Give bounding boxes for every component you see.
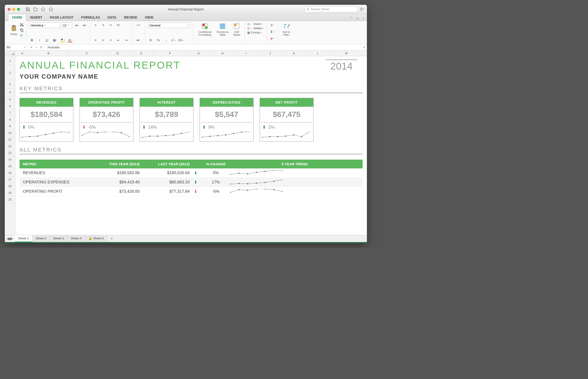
fx-icon[interactable]: fx (40, 46, 42, 49)
copy-icon[interactable] (19, 28, 24, 32)
row-header[interactable]: 2 (5, 66, 15, 80)
row-header[interactable]: 9 (5, 123, 15, 130)
column-header[interactable]: C (68, 50, 106, 56)
tab-data[interactable]: DATA (104, 14, 120, 21)
clear-icon[interactable]: ◆▾ (269, 36, 275, 41)
column-header[interactable]: E (130, 50, 153, 56)
undo-icon[interactable] (41, 7, 45, 11)
column-header[interactable]: B (30, 50, 68, 56)
tab-formulas[interactable]: FORMULAS (77, 14, 104, 21)
column-header[interactable]: J (258, 50, 282, 56)
font-size-select[interactable]: 12▾ (61, 22, 72, 28)
orientation-icon[interactable]: ⟲▾ (115, 22, 122, 28)
add-sheet-button[interactable]: ＋ (108, 235, 116, 242)
align-center-icon[interactable]: ≡ (100, 37, 106, 43)
format-cells-button[interactable]: ▦Format▾ (247, 31, 264, 34)
redo-icon[interactable] (48, 7, 53, 11)
name-box[interactable]: B5▾ (5, 46, 28, 49)
comma-icon[interactable]: , (163, 37, 169, 43)
decrease-indent-icon[interactable]: ⇤ (115, 37, 122, 43)
conditional-formatting-button[interactable]: Conditional Formatting (196, 22, 214, 37)
sheet-tab[interactable]: Sheet 2 (32, 235, 50, 242)
tab-home[interactable]: HOME (8, 14, 26, 21)
row-header[interactable]: 11 (5, 136, 15, 143)
column-header[interactable]: K (282, 50, 306, 56)
column-header[interactable]: I (235, 50, 258, 56)
font-name-select[interactable]: Helvetica▾ (29, 22, 60, 28)
delete-cells-button[interactable]: ⊟→Delete▾ (247, 27, 264, 30)
enter-formula-icon[interactable]: ✓ (35, 46, 38, 49)
fill-icon[interactable]: ⬇▾ (269, 29, 275, 34)
row-header[interactable]: 13 (5, 150, 15, 156)
row-header[interactable]: 3 (5, 80, 15, 89)
cell-styles-button[interactable]: Cell Styles (231, 22, 242, 37)
insert-cells-button[interactable]: ⊞←Insert▾ (247, 22, 264, 26)
paste-button[interactable]: Paste (10, 25, 18, 36)
maximize-button[interactable] (17, 8, 20, 11)
increase-decimal-icon[interactable]: .0→ (171, 37, 177, 43)
row-header[interactable]: 6 (5, 103, 15, 110)
cancel-formula-icon[interactable]: ✕ (30, 46, 33, 49)
column-header[interactable]: D (106, 50, 130, 56)
number-format-select[interactable]: General▾ (148, 22, 191, 28)
autosum-icon[interactable]: Σ▾ (269, 22, 275, 28)
decrease-font-icon[interactable]: A▾ (81, 23, 87, 28)
row-header[interactable]: 5 (5, 96, 15, 103)
tab-page-layout[interactable]: PAGE LAYOUT (46, 14, 77, 21)
formula-input[interactable]: Australia (45, 46, 361, 49)
row-header[interactable]: 18 (5, 183, 15, 190)
column-header[interactable]: L (306, 50, 330, 56)
row-header[interactable]: 17 (5, 176, 15, 183)
row-header[interactable]: 7 (5, 110, 15, 116)
row-header[interactable]: 19 (5, 190, 15, 196)
close-button[interactable] (8, 8, 11, 11)
row-header[interactable]: 4 (5, 89, 15, 96)
column-header[interactable]: F (153, 50, 187, 56)
column-header[interactable]: G (187, 50, 211, 56)
decrease-decimal-icon[interactable]: .00← (178, 37, 184, 43)
row-header[interactable]: 10 (5, 130, 15, 136)
currency-icon[interactable]: $▾ (148, 37, 154, 43)
minimize-button[interactable] (12, 8, 15, 11)
sheet-tab[interactable]: 🔒 Sheet 5 (85, 235, 107, 242)
cut-icon[interactable] (19, 22, 24, 27)
row-header[interactable]: 20 (5, 196, 15, 203)
increase-font-icon[interactable]: A▴ (74, 23, 80, 28)
sheet-tab[interactable]: Sheet 3 (50, 235, 68, 242)
align-left-icon[interactable]: ≡ (93, 37, 99, 43)
underline-button[interactable]: U▾ (44, 37, 50, 43)
collapse-ribbon-icon[interactable]: ⌃ (349, 16, 352, 21)
merge-cells-icon[interactable]: ⬌▾ (134, 37, 143, 43)
sheet-tab[interactable]: Sheet 1 (15, 235, 32, 242)
bold-button[interactable]: B (29, 37, 35, 43)
increase-indent-icon[interactable]: ⇥ (123, 37, 129, 43)
column-header[interactable]: H (211, 50, 235, 56)
feedback-icon[interactable]: ☺ (356, 16, 360, 21)
save-icon[interactable] (26, 7, 30, 11)
align-top-icon[interactable]: ≡ (93, 22, 99, 28)
tab-insert[interactable]: INSERT (26, 14, 46, 21)
align-right-icon[interactable]: ≡ (108, 37, 114, 43)
font-color-button[interactable]: A▾ (67, 37, 73, 43)
tab-view[interactable]: VIEW (141, 14, 157, 21)
percent-icon[interactable]: % (155, 37, 161, 43)
select-all-corner[interactable] (5, 50, 15, 56)
fill-color-button[interactable]: ▾ (59, 37, 65, 43)
border-button[interactable]: ▦▾ (52, 37, 58, 43)
row-header[interactable]: 1 (5, 56, 15, 66)
column-header[interactable]: A (15, 50, 30, 56)
format-as-table-button[interactable]: Format as Table (216, 22, 229, 37)
expand-formula-bar-icon[interactable]: ▾ (361, 46, 367, 49)
row-header[interactable]: 14 (5, 156, 15, 163)
help-dropdown-icon[interactable]: ▾ (363, 17, 364, 20)
column-header[interactable]: M (330, 50, 363, 56)
align-bottom-icon[interactable]: ≡ (108, 22, 114, 28)
row-header[interactable]: 12 (5, 143, 15, 150)
sheet-prev-icon[interactable]: ◀ (7, 236, 10, 241)
wrap-text-icon[interactable]: ↩▾ (134, 22, 143, 28)
format-painter-icon[interactable] (19, 34, 24, 38)
align-middle-icon[interactable]: ≡ (100, 22, 106, 28)
share-icon[interactable] (360, 7, 364, 11)
row-header[interactable]: 16 (5, 170, 15, 176)
tab-review[interactable]: REVIEW (120, 14, 141, 21)
